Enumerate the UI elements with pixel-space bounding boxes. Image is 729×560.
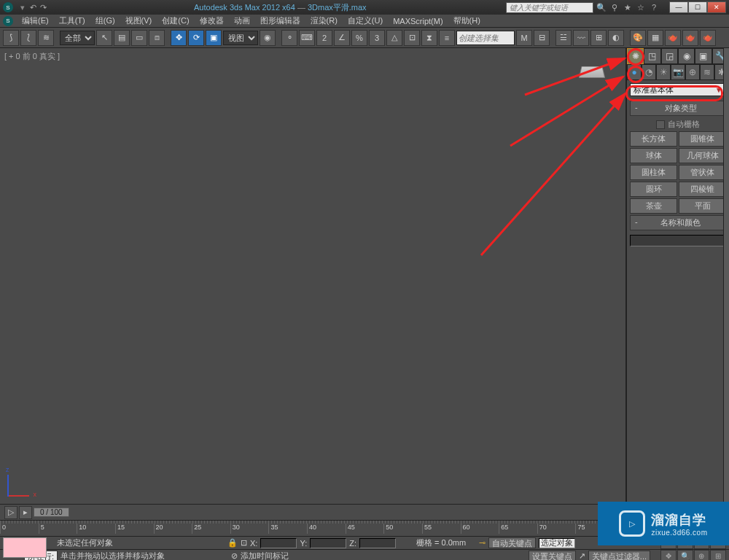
- redo-icon[interactable]: ↷: [38, 2, 48, 12]
- btn-box[interactable]: 长方体: [630, 131, 677, 147]
- viewport-label[interactable]: [ + 0 前 0 真实 ]: [4, 51, 60, 62]
- menu-create[interactable]: 创建(C): [157, 15, 193, 26]
- time-config2-icon[interactable]: ▸: [19, 506, 32, 519]
- subtab-cameras[interactable]: 📷: [671, 64, 685, 80]
- menu-customize[interactable]: 自定义(U): [343, 15, 387, 26]
- render-iterative-icon[interactable]: 🫖: [682, 30, 698, 46]
- select-region-icon[interactable]: ▭: [131, 30, 147, 46]
- key-icon[interactable]: ⊸: [479, 538, 486, 548]
- link-icon[interactable]: ⚲: [609, 2, 620, 12]
- search-icon[interactable]: 🔍: [596, 2, 607, 12]
- maximize-button[interactable]: ☐: [688, 1, 707, 13]
- tab-hierarchy[interactable]: ◲: [661, 48, 678, 64]
- snap-toggle-2d-icon[interactable]: 2: [316, 30, 332, 46]
- object-name-input[interactable]: [630, 235, 729, 246]
- menu-animation[interactable]: 动画: [230, 15, 254, 26]
- coord-x-input[interactable]: [260, 538, 297, 548]
- time-tag-icon[interactable]: ⊘: [231, 551, 238, 560]
- keyboard-shortcut-icon[interactable]: ⌨: [299, 30, 315, 46]
- pivot-icon[interactable]: ◉: [260, 30, 276, 46]
- menu-modifiers[interactable]: 修改器: [195, 15, 228, 26]
- rollout-name-color[interactable]: -名称和颜色: [630, 215, 726, 230]
- undo-icon[interactable]: ↶: [28, 2, 38, 12]
- lock-icon[interactable]: 🔒: [227, 538, 238, 548]
- named-selection-input[interactable]: [456, 31, 515, 45]
- menu-tools[interactable]: 工具(T): [55, 15, 90, 26]
- render-frame-icon[interactable]: ▦: [647, 30, 663, 46]
- bind-icon[interactable]: ≋: [38, 30, 54, 46]
- add-time-tag-label[interactable]: 添加时间标记: [241, 551, 289, 560]
- star-icon[interactable]: ☆: [636, 2, 646, 12]
- spinner-snap-icon[interactable]: 3: [369, 30, 385, 46]
- subtab-lights[interactable]: ☀: [656, 64, 671, 80]
- mirror-btn-icon[interactable]: M: [516, 30, 532, 46]
- angle-snap-icon[interactable]: ∠: [334, 30, 350, 46]
- percent-snap-icon[interactable]: %: [351, 30, 367, 46]
- zoom-icon[interactable]: 🔍: [677, 550, 693, 561]
- subtab-shapes[interactable]: ◔: [642, 64, 656, 80]
- max-toggle-icon[interactable]: ⊞: [710, 550, 726, 561]
- tab-motion[interactable]: ◉: [678, 48, 695, 64]
- subtab-spacewarps[interactable]: ≋: [700, 64, 714, 80]
- menu-graph-editors[interactable]: 图形编辑器: [256, 15, 305, 26]
- tab-display[interactable]: ▣: [695, 48, 712, 64]
- select-scale-icon[interactable]: ▣: [206, 30, 222, 46]
- set-key-button[interactable]: 设置关键点: [529, 551, 576, 560]
- selection-filter-select[interactable]: 全部: [60, 31, 95, 45]
- minimize-button[interactable]: —: [669, 1, 688, 13]
- rollout-object-type[interactable]: -对象类型: [630, 101, 726, 116]
- menu-maxscript[interactable]: MAXScript(M): [389, 17, 447, 26]
- help-search-input[interactable]: [506, 2, 593, 13]
- menu-group[interactable]: 组(G): [91, 15, 120, 26]
- align-icon[interactable]: ⊟: [534, 30, 550, 46]
- layers-icon[interactable]: ☱: [555, 30, 572, 46]
- btn-cylinder[interactable]: 圆柱体: [630, 165, 677, 180]
- quick-align-icon[interactable]: ≡: [439, 30, 455, 46]
- schematic-view-icon[interactable]: ⊞: [590, 30, 607, 46]
- edged-faces-icon[interactable]: △: [386, 30, 402, 46]
- btn-geosphere[interactable]: 几何球体: [679, 148, 726, 163]
- material-editor-icon[interactable]: ◐: [608, 30, 624, 46]
- primitive-category-select[interactable]: 标准基本体: [630, 83, 726, 96]
- mirror-icon[interactable]: ⧗: [421, 30, 437, 46]
- select-rotate-icon[interactable]: ⟳: [188, 30, 204, 46]
- viewport-front[interactable]: [ + 0 前 0 真实 ]: [0, 48, 627, 504]
- btn-cone[interactable]: 圆锥体: [679, 131, 726, 147]
- btn-tube[interactable]: 管状体: [679, 165, 726, 180]
- btn-torus[interactable]: 圆环: [630, 182, 677, 197]
- menu-edit[interactable]: 编辑(E): [17, 15, 53, 26]
- isolate-icon[interactable]: ⊡: [241, 538, 247, 548]
- orbit-icon[interactable]: ⊕: [694, 550, 710, 561]
- select-move-icon[interactable]: ✥: [171, 30, 187, 46]
- coord-y-input[interactable]: [310, 538, 346, 548]
- render-setup-icon[interactable]: 🎨: [630, 30, 646, 46]
- unlink-icon[interactable]: ⟅: [20, 30, 36, 46]
- help-icon[interactable]: ★: [623, 2, 633, 12]
- subtab-helpers[interactable]: ⊕: [685, 64, 700, 80]
- btn-pyramid[interactable]: 四棱锥: [679, 182, 726, 197]
- ref-coord-select[interactable]: 视图: [223, 31, 258, 45]
- btn-plane[interactable]: 平面: [679, 198, 726, 214]
- question-icon[interactable]: ?: [649, 2, 659, 12]
- tab-create[interactable]: ✺: [627, 48, 644, 64]
- named-selection-icon[interactable]: ⊡: [404, 30, 420, 46]
- pan-icon[interactable]: ✥: [660, 550, 677, 561]
- key-filters-button[interactable]: 关键点过滤器...: [588, 551, 650, 560]
- select-object-icon[interactable]: ↖: [96, 30, 112, 46]
- time-config-icon[interactable]: ▷: [4, 506, 17, 519]
- auto-key-button[interactable]: 自动关键点: [488, 537, 536, 548]
- subtab-geometry[interactable]: ●: [627, 64, 642, 80]
- coord-z-input[interactable]: [359, 538, 396, 548]
- viewcube-icon[interactable]: [579, 66, 605, 78]
- key-mode-icon[interactable]: ↗: [579, 551, 585, 560]
- app-menu-icon[interactable]: S: [3, 16, 13, 26]
- btn-sphere[interactable]: 球体: [630, 148, 677, 163]
- selected-input[interactable]: [539, 538, 575, 548]
- track-bar-box[interactable]: [3, 537, 47, 558]
- window-crossing-icon[interactable]: ⧈: [149, 30, 165, 46]
- btn-teapot[interactable]: 茶壶: [630, 198, 677, 214]
- curve-editor-icon[interactable]: 〰: [573, 30, 589, 46]
- menu-rendering[interactable]: 渲染(R): [306, 15, 342, 26]
- menu-views[interactable]: 视图(V): [121, 15, 157, 26]
- manipulate-icon[interactable]: ⚬: [281, 30, 297, 46]
